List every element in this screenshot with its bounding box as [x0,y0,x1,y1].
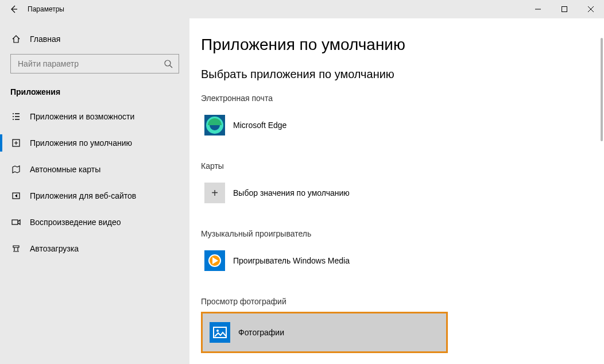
wmp-icon [204,250,225,271]
minimize-icon [535,6,541,12]
category-label-email: Электронная почта [201,94,604,103]
sidebar-section-title: Приложения [0,84,189,103]
sidebar-item-web-apps[interactable]: Приложения для веб-сайтов [0,183,189,209]
home-icon [10,34,22,44]
titlebar: Параметры [0,0,604,18]
sidebar-home[interactable]: Главная [0,30,189,48]
sidebar-item-label: Приложения для веб-сайтов [30,191,136,200]
close-button[interactable] [578,0,604,18]
maximize-button[interactable] [551,0,578,18]
list-icon [10,112,22,121]
app-tile-maps[interactable]: + Выбор значения по умолчанию [201,176,448,210]
page-title: Приложения по умолчанию [201,36,604,54]
app-tile-email[interactable]: Microsoft Edge [201,109,448,142]
app-tile-music[interactable]: Проигрыватель Windows Media [201,244,448,277]
arrow-left-icon [9,5,18,14]
sidebar-item-video-playback[interactable]: Воспроизведение видео [0,209,189,235]
back-button[interactable] [0,0,28,18]
scrollbar[interactable] [601,38,603,141]
defaults-icon [10,138,22,148]
svg-rect-0 [562,6,567,11]
svg-rect-4 [12,220,18,224]
photos-icon [210,322,230,343]
sidebar-item-label: Приложения по умолчанию [30,138,132,148]
app-name-music: Проигрыватель Windows Media [233,256,350,265]
search-input[interactable] [17,59,164,69]
edge-icon [204,115,225,135]
video-icon [10,218,22,227]
svg-point-1 [165,60,171,66]
sidebar-home-label: Главная [30,34,60,44]
sidebar: Главная Приложения Приложения и возможно… [0,18,189,364]
category-label-music: Музыкальный проигрыватель [201,229,604,238]
svg-point-12 [216,330,219,332]
category-label-maps: Карты [201,161,604,171]
page-subtitle: Выбрать приложения по умолчанию [201,68,604,81]
app-name-maps: Выбор значения по умолчанию [233,188,350,198]
app-name-email: Microsoft Edge [233,121,286,130]
close-icon [588,6,594,12]
offline-maps-icon [10,165,22,174]
search-box[interactable] [10,54,179,73]
svg-rect-10 [210,322,230,343]
maximize-icon [562,6,567,12]
plus-icon: + [204,183,225,203]
sidebar-item-label: Автозагрузка [30,244,79,253]
search-icon [164,59,173,68]
sidebar-item-offline-maps[interactable]: Автономные карты [0,156,189,183]
sidebar-item-label: Воспроизведение видео [30,218,121,227]
content-area: Приложения по умолчанию Выбрать приложен… [189,18,604,364]
app-name-photos: Фотографии [238,328,284,337]
category-label-photos: Просмотр фотографий [201,297,604,306]
sidebar-item-label: Приложения и возможности [30,112,134,121]
sidebar-item-startup[interactable]: Автозагрузка [0,235,189,262]
minimize-button[interactable] [525,0,551,18]
sidebar-item-apps-features[interactable]: Приложения и возможности [0,103,189,130]
startup-icon [10,244,22,253]
web-apps-icon [10,191,22,200]
app-tile-photos[interactable]: Фотографии [201,312,448,353]
sidebar-item-label: Автономные карты [30,165,100,174]
sidebar-item-default-apps[interactable]: Приложения по умолчанию [0,130,189,156]
window-title: Параметры [28,5,64,13]
